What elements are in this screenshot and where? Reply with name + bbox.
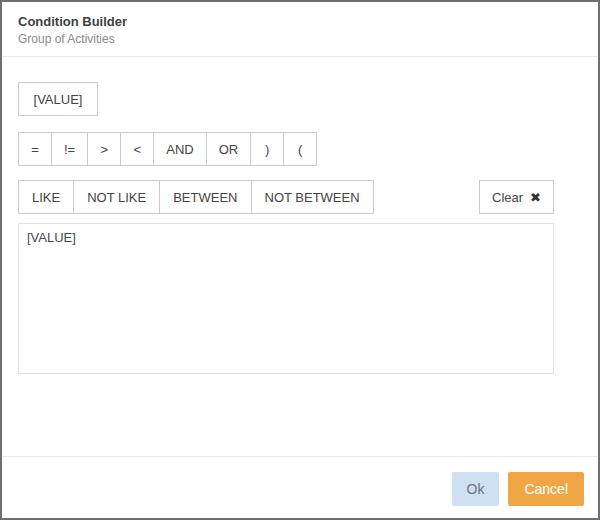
keyword-button-not-between[interactable]: NOT BETWEEN — [251, 180, 374, 214]
operator-button-equals[interactable]: = — [18, 132, 52, 166]
value-button[interactable]: [VALUE] — [18, 82, 98, 116]
expression-textarea[interactable]: [VALUE] — [18, 223, 554, 374]
keyword-button-between[interactable]: BETWEEN — [159, 180, 251, 214]
operator-button-greater-than[interactable]: > — [87, 132, 121, 166]
dialog-footer: Ok Cancel — [2, 457, 598, 506]
keyword-button-like[interactable]: LIKE — [18, 180, 74, 214]
dialog-body: [VALUE] = != > < AND OR ) ( LIKE NOT LIK… — [2, 57, 598, 374]
clear-button-label: Clear — [492, 190, 523, 205]
dialog-header: Condition Builder Group of Activities — [2, 2, 598, 57]
clear-button[interactable]: Clear ✖ — [479, 180, 554, 214]
keyword-button-group: LIKE NOT LIKE BETWEEN NOT BETWEEN — [18, 180, 374, 214]
operator-button-group: = != > < AND OR ) ( — [18, 132, 317, 166]
operator-button-not-equals[interactable]: != — [51, 132, 88, 166]
operator-button-less-than[interactable]: < — [120, 132, 154, 166]
cancel-button[interactable]: Cancel — [508, 472, 584, 506]
value-button-row: [VALUE] — [18, 82, 554, 116]
operator-button-close-paren[interactable]: ) — [250, 132, 284, 166]
dialog-subtitle: Group of Activities — [18, 32, 582, 47]
condition-builder-dialog: Condition Builder Group of Activities [V… — [0, 0, 600, 520]
operator-button-open-paren[interactable]: ( — [283, 132, 317, 166]
ok-button[interactable]: Ok — [452, 472, 500, 506]
operator-button-and[interactable]: AND — [153, 132, 206, 166]
operator-button-or[interactable]: OR — [206, 132, 252, 166]
dialog-title: Condition Builder — [18, 14, 582, 30]
operator-row: = != > < AND OR ) ( — [18, 132, 554, 166]
clear-x-icon: ✖ — [530, 191, 541, 204]
keyword-button-not-like[interactable]: NOT LIKE — [73, 180, 160, 214]
keyword-row: LIKE NOT LIKE BETWEEN NOT BETWEEN Clear … — [18, 180, 554, 214]
